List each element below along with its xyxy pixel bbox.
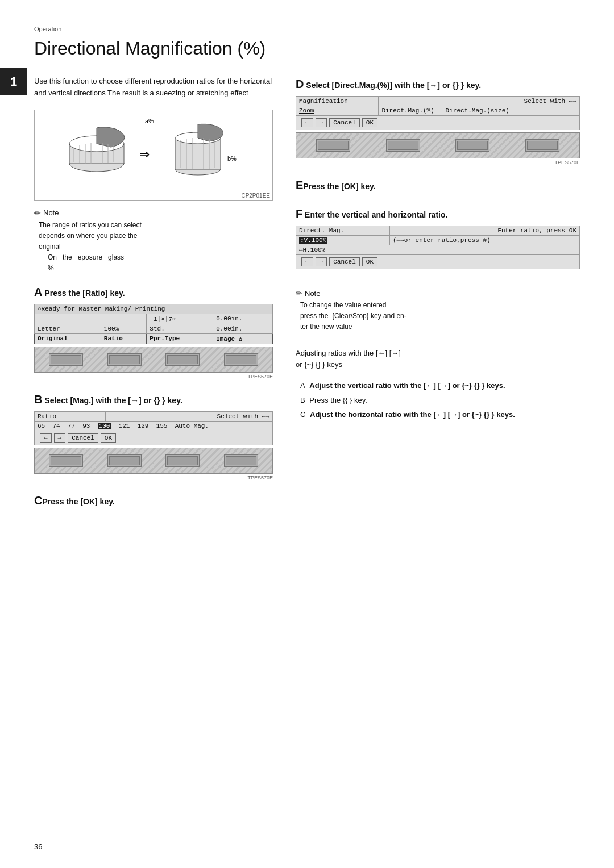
btn-b-4	[224, 454, 258, 467]
btn-f-cancel[interactable]: Cancel	[329, 257, 360, 266]
lcd-a-row2-c1	[35, 314, 147, 324]
step-f-text: Enter the vertical and horizontal ratio.	[302, 210, 447, 219]
btn-d-4	[525, 139, 559, 152]
lcd-a-row1: ○Ready for Master Making/ Printing	[35, 304, 273, 314]
btn-d-2	[386, 139, 420, 152]
lcd-table-f: Direct. Mag. Enter ratio, press OK ↕V.10…	[296, 226, 580, 269]
lcd-table-d: Magnification Select with ←→ Zoom Direct…	[296, 96, 580, 130]
step-d-title: D Select [Direct.Mag.(%)] with the [→] o…	[296, 76, 580, 93]
page-number: 36	[34, 842, 42, 851]
main-content: Use this function to choose different re…	[34, 76, 580, 520]
lcd-d-r1c1: Magnification	[296, 97, 379, 106]
step-b-title: B Select [Mag.] with the [→] or {} } key…	[34, 391, 273, 408]
lcd-table-a: ○Ready for Master Making/ Printing ≡1|×|…	[34, 304, 273, 344]
note-section-2: ✏ Note To change the value entered press…	[296, 289, 580, 333]
btn-a-4	[224, 353, 258, 366]
lcd-d-r3: ← → Cancel OK	[296, 116, 580, 130]
step-d: D Select [Direct.Mag.(%)] with the [→] o…	[296, 76, 580, 165]
adjusting-item-b: B Press the {{ } key.	[300, 395, 580, 406]
diagram-svg: a% b%	[57, 115, 250, 195]
btn-f-left[interactable]: ←	[301, 257, 313, 266]
step-f: F Enter the vertical and horizontal rati…	[296, 205, 580, 277]
btn-b-ok[interactable]: OK	[101, 433, 116, 443]
note-header-2: ✏ Note	[296, 289, 580, 298]
lcd-f-r1c2: Enter ratio, press OK	[389, 226, 579, 236]
step-c-text: Press the [OK] key.	[42, 497, 114, 506]
note-text-2: To change the value entered press the {C…	[300, 300, 580, 333]
step-a-letter: A	[34, 286, 42, 298]
note-label-1: Note	[43, 208, 59, 217]
adjusting-text-a: Adjust the vertical ratio with the [←] […	[309, 381, 505, 390]
diagram-box: a% b%	[34, 110, 273, 201]
note-label-2: Note	[305, 289, 320, 298]
lcd-f-r2c2: (←→or enter ratio,press #)	[389, 236, 579, 245]
note-section-1: ✏ Note The range of ratios you can selec…	[34, 208, 273, 274]
note-icon-1: ✏	[34, 208, 41, 218]
btn-b-cancel[interactable]: Cancel	[68, 433, 98, 443]
btn-a-1	[49, 353, 83, 366]
btn-b-right[interactable]: →	[54, 433, 66, 443]
page-title: Directional Magnification (%)	[34, 38, 580, 64]
lcd-a-row4-c4: Image ✿	[213, 333, 273, 344]
lcd-a-row4-c3: Ppr.Type	[147, 333, 213, 344]
note-icon-2: ✏	[296, 289, 302, 298]
adjusting-item-a: A Adjust the vertical ratio with the [←]…	[300, 380, 580, 391]
step-b: B Select [Mag.] with the [→] or {} } key…	[34, 391, 273, 481]
adjusting-item-c: C Adjust the horizontal ratio with the […	[300, 409, 580, 420]
page: Operation Directional Magnification (%) …	[0, 0, 614, 868]
btn-b-3	[165, 454, 200, 467]
adjusting-list: A Adjust the vertical ratio with the [←]…	[300, 380, 580, 420]
btn-f-right[interactable]: →	[316, 257, 327, 266]
step-c-title: CPress the [OK] key.	[34, 492, 273, 509]
lcd-b-r3: ← → Cancel OK	[35, 431, 273, 445]
tpes-d: TPES570E	[296, 160, 580, 165]
step-e-text: Press the [OK] key.	[303, 182, 375, 191]
btn-d-cancel[interactable]: Cancel	[329, 118, 360, 127]
step-a: A Press the [Ratio] key. ○Ready for Mast…	[34, 283, 273, 379]
btn-d-right[interactable]: →	[316, 118, 327, 127]
btn-b-1	[49, 454, 83, 467]
lcd-f-r4: ← → Cancel OK	[296, 255, 580, 269]
intro-text: Use this function to choose different re…	[34, 76, 273, 99]
right-column: D Select [Direct.Mag.(%)] with the [→] o…	[296, 76, 580, 520]
lcd-b-r2: 65 74 77 93 100 121 129 155 Auto Mag.	[35, 421, 273, 431]
lcd-panel-a: ○Ready for Master Making/ Printing ≡1|×|…	[34, 304, 273, 379]
chapter-marker: 1	[0, 68, 27, 95]
lcd-a-row3-c3: Std.	[147, 324, 213, 333]
breadcrumb: Operation	[34, 26, 580, 32]
step-e: EPress the [OK] key.	[296, 177, 580, 194]
btn-d-ok[interactable]: OK	[362, 118, 377, 127]
lcd-f-r3: ↔H.100%	[296, 245, 580, 255]
adjusting-label-a: A	[300, 381, 305, 390]
lcd-a-row3-c2: 100%	[101, 324, 147, 333]
tpes-a: TPES570E	[34, 374, 273, 379]
step-b-text: Select [Mag.] with the [→] or {} } key.	[42, 396, 182, 405]
left-column: Use this function to choose different re…	[34, 76, 273, 520]
note-indent-1: On the eposure glass %	[48, 252, 273, 274]
btn-b-2	[107, 454, 142, 467]
adjusting-label-b: B	[300, 396, 305, 404]
step-d-text: Select [Direct.Mag.(%)] with the [→] or …	[304, 81, 481, 90]
step-f-title: F Enter the vertical and horizontal rati…	[296, 205, 580, 222]
btn-area-a	[34, 347, 273, 373]
lcd-b-r1c2: Select with ←→	[106, 411, 273, 421]
btn-a-3	[165, 353, 200, 366]
btn-area-b	[34, 448, 273, 474]
step-b-letter: B	[34, 393, 42, 406]
lcd-a-row4-c2: Ratio	[101, 333, 147, 344]
step-e-letter: E	[296, 179, 303, 191]
step-a-title: A Press the [Ratio] key.	[34, 283, 273, 301]
btn-f-ok[interactable]: OK	[362, 257, 377, 266]
btn-d-left[interactable]: ←	[301, 118, 313, 127]
svg-text:a%: a%	[145, 118, 154, 124]
lcd-a-row2-c2: ≡1|×|7☞	[147, 314, 213, 324]
lcd-d-r2c2: Direct.Mag.(%) Direct.Mag.(size)	[379, 106, 580, 116]
adjusting-section: Adjusting ratios with the [←] [→] or {~}…	[296, 348, 580, 420]
btn-b-left[interactable]: ←	[40, 433, 52, 443]
lcd-table-b: Ratio Select with ←→ 65 74 77 93 100 121…	[34, 411, 273, 445]
lcd-d-r1c2: Select with ←→	[379, 97, 580, 106]
lcd-f-r2c1: ↕V.100%	[296, 236, 390, 245]
note-header-1: ✏ Note	[34, 208, 273, 218]
adjusting-label-c: C	[300, 410, 305, 419]
lcd-b-r1c1: Ratio	[35, 411, 106, 421]
